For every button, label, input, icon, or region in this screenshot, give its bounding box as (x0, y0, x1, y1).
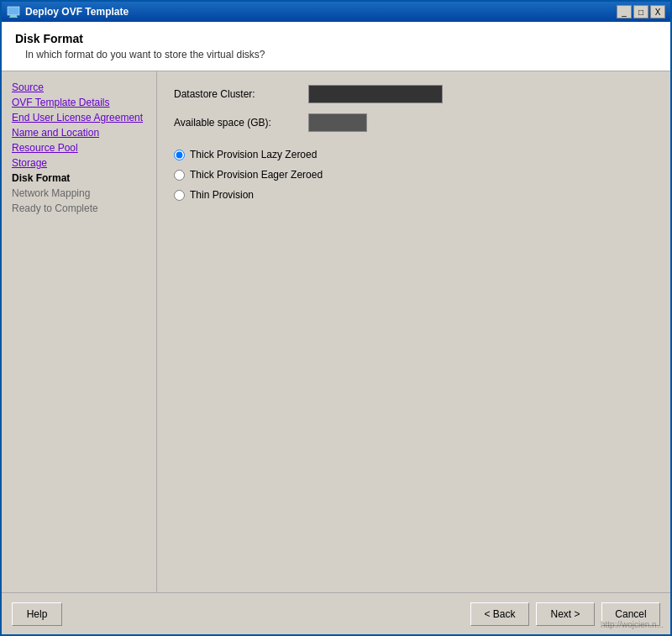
svg-rect-0 (8, 7, 19, 15)
svg-rect-2 (9, 17, 18, 18)
content-area: Source OVF Template Details End User Lic… (2, 71, 670, 592)
datastore-cluster-label: Datastore Cluster: (174, 88, 308, 100)
available-space-label: Available space (GB): (174, 117, 308, 129)
radio-thick-eager[interactable] (174, 170, 185, 181)
sidebar-item-storage[interactable]: Storage (12, 155, 146, 171)
radio-item-thick-lazy: Thick Provision Lazy Zeroed (174, 149, 654, 160)
window-title: Deploy OVF Template (25, 6, 129, 18)
main-content: Datastore Cluster: Available space (GB):… (157, 71, 670, 592)
title-bar: Deploy OVF Template _ □ X (2, 2, 670, 22)
help-button[interactable]: Help (12, 602, 62, 626)
radio-thin[interactable] (174, 190, 185, 201)
available-space-row: Available space (GB): (174, 113, 654, 132)
sidebar-item-resource-pool[interactable]: Resource Pool (12, 140, 146, 155)
sidebar-item-ready: Ready to Complete (12, 201, 146, 216)
minimize-button[interactable]: _ (617, 5, 632, 18)
sidebar: Source OVF Template Details End User Lic… (2, 71, 157, 592)
main-window: Deploy OVF Template _ □ X Disk Format In… (0, 0, 672, 636)
sidebar-item-network-mapping: Network Mapping (12, 186, 146, 201)
page-title: Disk Format (15, 32, 657, 45)
provision-type-group: Thick Provision Lazy Zeroed Thick Provis… (174, 149, 654, 201)
radio-thin-label: Thin Provision (190, 189, 254, 201)
title-bar-buttons: _ □ X (617, 5, 665, 18)
radio-item-thin: Thin Provision (174, 189, 654, 201)
footer: Help < Back Next > Cancel (2, 592, 670, 634)
deploy-icon (7, 5, 20, 18)
radio-thick-eager-label: Thick Provision Eager Zeroed (190, 169, 323, 181)
back-button[interactable]: < Back (470, 602, 529, 626)
datastore-cluster-input[interactable] (308, 85, 443, 103)
sidebar-item-eula[interactable]: End User License Agreement (12, 110, 146, 125)
svg-rect-1 (10, 15, 17, 17)
page-subtitle: In which format do you want to store the… (15, 49, 657, 60)
sidebar-item-disk-format: Disk Format (12, 171, 146, 186)
title-bar-left: Deploy OVF Template (7, 5, 129, 18)
radio-thick-lazy-label: Thick Provision Lazy Zeroed (190, 149, 317, 160)
close-button[interactable]: X (650, 5, 665, 18)
header-section: Disk Format In which format do you want … (2, 22, 670, 71)
available-space-value (308, 113, 367, 132)
radio-thick-lazy[interactable] (174, 150, 185, 160)
datastore-cluster-row: Datastore Cluster: (174, 85, 654, 103)
sidebar-item-ovf-details[interactable]: OVF Template Details (12, 95, 146, 110)
sidebar-item-source[interactable]: Source (12, 80, 146, 95)
footer-left: Help (12, 602, 470, 626)
radio-item-thick-eager: Thick Provision Eager Zeroed (174, 169, 654, 181)
restore-button[interactable]: □ (633, 5, 648, 18)
watermark: http://wojcien.n... (601, 620, 664, 629)
sidebar-item-name-location[interactable]: Name and Location (12, 125, 146, 140)
next-button[interactable]: Next > (536, 602, 595, 626)
